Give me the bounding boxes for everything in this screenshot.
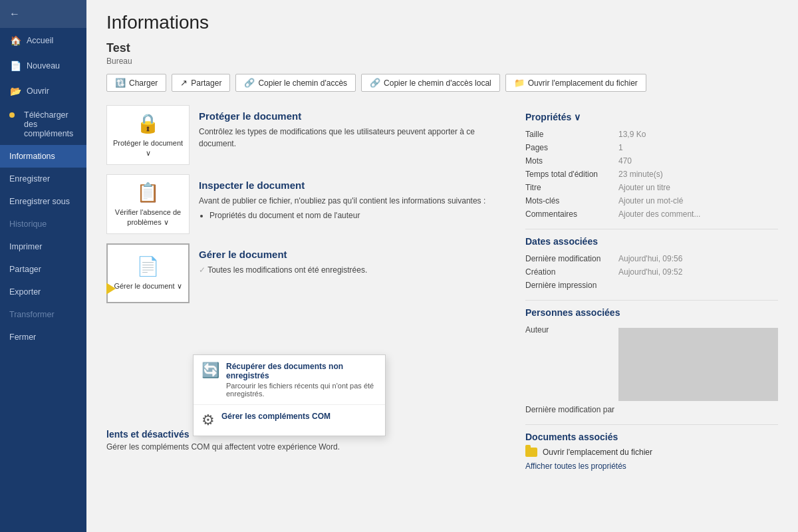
sidebar-item-imprimer[interactable]: Imprimer xyxy=(0,235,86,258)
sidebar-item-nouveau[interactable]: 📄 Nouveau xyxy=(0,53,86,78)
prop-row-mots-cles: Mots-clés Ajouter un mot-clé xyxy=(525,194,778,207)
card-desc-inspecter: Inspecter le document Avant de publier c… xyxy=(190,174,505,227)
person-thumbnail xyxy=(618,328,778,401)
prop-row-mots: Mots 470 xyxy=(525,154,778,168)
lock-icon: 🔒 xyxy=(136,112,160,134)
doc-location: Bureau xyxy=(106,57,778,66)
divider-dates xyxy=(525,229,778,229)
inspect-icon: 📋 xyxy=(136,182,160,203)
dropdown-popup: 🔄 Récupérer des documents non enregistré… xyxy=(193,354,386,436)
charger-icon: 🔃 xyxy=(115,78,126,88)
prop-row-commentaires: Commentaires Ajouter des comment... xyxy=(525,207,778,221)
show-all-props-link[interactable]: Afficher toutes les propriétés xyxy=(525,462,626,471)
date-row-modification: Dernière modification Aujourd'hui, 09:56 xyxy=(525,252,778,265)
partager-icon: ↗ xyxy=(180,78,188,88)
ouvrir-emplacement-button[interactable]: 📁 Ouvrir l'emplacement du fichier xyxy=(505,74,646,92)
dropdown-item-gerer-com[interactable]: ⚙ Gérer les compléments COM xyxy=(194,405,385,436)
card-desc-proteger: Protéger le document Contrôlez les types… xyxy=(190,105,505,155)
dropdown-item-recuperer[interactable]: 🔄 Récupérer des documents non enregistré… xyxy=(194,355,385,405)
sidebar: ← 🏠 Accueil 📄 Nouveau 📂 Ouvrir Télécharg… xyxy=(0,0,86,532)
card-gerer[interactable]: 📄 Gérer le document ∨ xyxy=(106,243,190,303)
props-title[interactable]: Propriétés ∨ xyxy=(525,112,778,122)
recuperer-icon: 🔄 xyxy=(201,362,219,379)
new-doc-icon: 📄 xyxy=(9,60,21,72)
props-table: Taille 13,9 Ko Pages 1 Mots 470 Temps to… xyxy=(525,128,778,221)
copier-chemin-button[interactable]: 🔗 Copier le chemin d'accès xyxy=(235,74,356,92)
header: Informations Test Bureau 🔃 Charger ↗ Par… xyxy=(86,0,798,98)
highlight-dot xyxy=(9,112,15,118)
sidebar-item-telecharger[interactable]: Télécharger des compléments xyxy=(0,104,86,145)
link-icon: 🔗 xyxy=(244,78,255,88)
page-title: Informations xyxy=(106,12,778,33)
dates-title: Dates associées xyxy=(525,236,778,247)
folder-icon: 📁 xyxy=(514,78,525,88)
doc-name: Test xyxy=(106,41,778,55)
date-row-creation: Création Aujourd'hui, 09:52 xyxy=(525,265,778,279)
card-row-proteger: 🔒 Protéger le document ∨ Protéger le doc… xyxy=(106,105,505,165)
arrow-wrapper xyxy=(106,275,116,302)
action-buttons: 🔃 Charger ↗ Partager 🔗 Copier le chemin … xyxy=(106,74,778,92)
back-button[interactable]: ← xyxy=(0,0,86,28)
card-row-inspecter: 📋 Vérifier l'absence de problèmes ∨ Insp… xyxy=(106,174,505,234)
dates-table: Dernière modification Aujourd'hui, 09:56… xyxy=(525,252,778,292)
prop-row-taille: Taille 13,9 Ko xyxy=(525,128,778,141)
main-body: 🔒 Protéger le document ∨ Protéger le doc… xyxy=(86,98,798,532)
prop-row-pages: Pages 1 xyxy=(525,141,778,154)
home-icon: 🏠 xyxy=(9,35,21,47)
sidebar-item-partager[interactable]: Partager xyxy=(0,258,86,281)
docs-title: Documents associés xyxy=(525,432,778,442)
sidebar-item-exporter[interactable]: Exporter xyxy=(0,281,86,303)
divider-persons xyxy=(525,300,778,301)
person-row-auteur: Auteur xyxy=(525,323,778,403)
com-icon: ⚙ xyxy=(201,412,215,429)
properties-panel: Propriétés ∨ Taille 13,9 Ko Pages 1 Mots… xyxy=(525,105,778,519)
card-desc-gerer: Gérer le document ✓ Toutes les modificat… xyxy=(190,243,505,281)
sidebar-item-historique: Historique xyxy=(0,213,86,235)
back-icon: ← xyxy=(9,8,20,20)
extra-section-desc: Gérer les compléments COM qui affectent … xyxy=(106,442,505,452)
docs-assoc-item[interactable]: Ouvrir l'emplacement du fichier xyxy=(525,448,778,457)
sidebar-item-informations[interactable]: Informations xyxy=(0,145,86,168)
prop-row-titre: Titre Ajouter un titre xyxy=(525,181,778,194)
cards-area: 🔒 Protéger le document ∨ Protéger le doc… xyxy=(106,105,505,519)
doc-manage-icon: 📄 xyxy=(136,255,160,277)
folder-yellow-icon xyxy=(525,448,537,457)
partager-button[interactable]: ↗ Partager xyxy=(172,74,230,92)
sidebar-item-transformer: Transformer xyxy=(0,303,86,326)
card-row-gerer: 📄 Gérer le document ∨ Gérer le document … xyxy=(106,243,505,303)
copier-chemin-local-button[interactable]: 🔗 Copier le chemin d'accès local xyxy=(361,74,500,92)
sidebar-item-ouvrir[interactable]: 📂 Ouvrir xyxy=(0,78,86,104)
link-local-icon: 🔗 xyxy=(370,78,380,88)
sidebar-item-accueil[interactable]: 🏠 Accueil xyxy=(0,28,86,53)
open-icon: 📂 xyxy=(9,85,21,97)
sidebar-item-fermer[interactable]: Fermer xyxy=(0,326,86,348)
persons-title: Personnes associées xyxy=(525,307,778,318)
card-inspecter[interactable]: 📋 Vérifier l'absence de problèmes ∨ xyxy=(106,174,190,234)
arrow-head xyxy=(106,275,116,302)
card-proteger[interactable]: 🔒 Protéger le document ∨ xyxy=(106,105,190,165)
prop-row-temps: Temps total d'édition 23 minute(s) xyxy=(525,168,778,181)
charger-button[interactable]: 🔃 Charger xyxy=(106,74,166,92)
sidebar-item-enregistrer[interactable]: Enregistrer xyxy=(0,168,86,190)
date-row-impression: Dernière impression xyxy=(525,279,778,292)
person-row-modification: Dernière modification par xyxy=(525,403,778,416)
divider-docs xyxy=(525,424,778,425)
sidebar-item-enregistrer-sous[interactable]: Enregistrer sous xyxy=(0,190,86,213)
persons-table: Auteur Dernière modification par xyxy=(525,323,778,416)
main-content: Informations Test Bureau 🔃 Charger ↗ Par… xyxy=(86,0,798,532)
